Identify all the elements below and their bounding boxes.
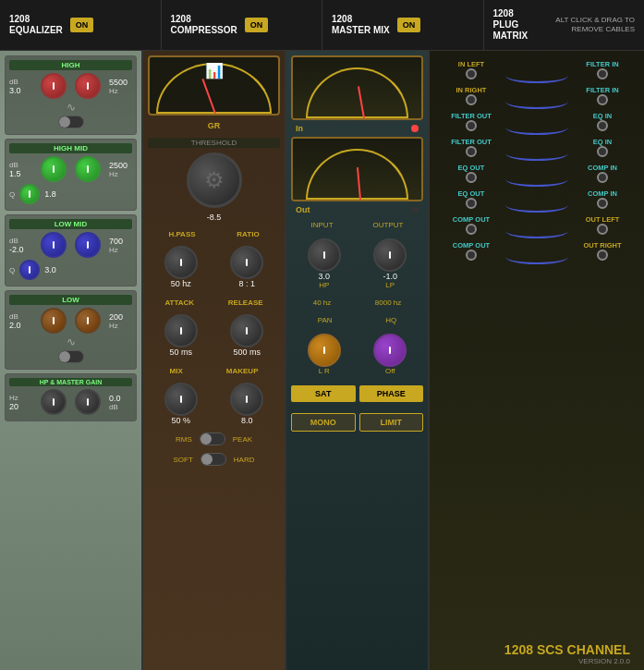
- eq-low-hz-unit: Hz: [109, 322, 132, 330]
- comp-soft-toggle[interactable]: [200, 453, 226, 466]
- comp-rms-toggle[interactable]: [200, 432, 225, 445]
- port-right-dot-1[interactable]: [597, 94, 608, 105]
- eq-high-toggle[interactable]: [58, 116, 84, 128]
- eq-high-db-knob[interactable]: [41, 73, 67, 99]
- mix-mono-button[interactable]: MONO: [291, 413, 356, 432]
- eq-master-db: 0.0: [109, 394, 132, 403]
- eq-hp-hz-unit: Hz: [9, 394, 32, 402]
- port-right-label-5: COMP IN: [588, 189, 617, 198]
- matrix-port-row: IN RIGHT FILTER IN: [439, 86, 635, 105]
- eq-hp-section: HP & MASTER GAIN Hz 20 0.0 dB: [5, 373, 137, 421]
- comp-soft-label: SOFT: [173, 456, 192, 464]
- port-left-dot-1[interactable]: [466, 94, 477, 105]
- eq-highmid-section: HIGH MID dB 1.5 2500 Hz Q 1.8: [5, 139, 137, 211]
- mix-sat-button[interactable]: SAT: [291, 385, 356, 402]
- header-comp: 1208 COMPRESSOR ON: [162, 0, 323, 50]
- port-left-dot-7[interactable]: [466, 250, 477, 261]
- eq-lowmid-hz-knob[interactable]: [75, 232, 101, 258]
- port-left-2: FILTER OUT: [439, 112, 504, 131]
- eq-title: 1208: [9, 14, 63, 25]
- mix-panel: In Out INPUT OUTPUT 3.0 HP -1.0: [286, 51, 430, 670]
- comp-hard-label: HARD: [234, 456, 255, 464]
- mix-output-knob[interactable]: [373, 238, 407, 272]
- eq-low-db: 2.0: [9, 321, 32, 330]
- port-right-dot-4[interactable]: [597, 172, 608, 183]
- eq-high-hz-knob[interactable]: [75, 73, 101, 99]
- comp-hpass-knob[interactable]: [164, 246, 198, 279]
- eq-high-toggle-row: [9, 116, 132, 128]
- port-left-dot-6[interactable]: [466, 224, 477, 235]
- eq-hp-knob[interactable]: [41, 389, 67, 415]
- port-right-label-3: EQ IN: [593, 138, 612, 146]
- eq-low-hz-knob[interactable]: [75, 308, 101, 334]
- eq-highmid-hz-knob[interactable]: [75, 156, 101, 182]
- mix-limit-button[interactable]: LIMIT: [359, 413, 424, 432]
- mix-pan-hq-knobs: L R Off: [291, 334, 423, 375]
- mix-phase-button[interactable]: PHASE: [359, 385, 424, 402]
- comp-ratio-knob[interactable]: [230, 246, 263, 279]
- port-right-5: COMP IN: [570, 189, 635, 209]
- mix-input-output-labels: INPUT OUTPUT: [291, 221, 423, 229]
- comp-mix-knob[interactable]: [164, 383, 198, 416]
- port-left-label-2: FILTER OUT: [451, 112, 492, 120]
- eq-low-label: LOW: [9, 295, 132, 305]
- eq-on-button[interactable]: ON: [70, 18, 94, 32]
- port-right-dot-0[interactable]: [597, 68, 608, 79]
- comp-mix-makeup-knobs: 50 % 8.0: [148, 383, 280, 425]
- eq-highmid-q-row: Q 1.8: [9, 184, 132, 204]
- comp-threshold-knob[interactable]: [187, 152, 242, 208]
- mix-pan-hq-labels: PAN HQ: [291, 316, 423, 324]
- port-right-dot-2[interactable]: [597, 120, 608, 131]
- mix-hq-knob[interactable]: [373, 334, 407, 367]
- comp-gr-meter: 📊: [148, 55, 280, 116]
- cable-arc-5: [505, 198, 568, 213]
- port-left-dot-4[interactable]: [466, 172, 477, 183]
- port-left-1: IN RIGHT: [439, 86, 504, 105]
- matrix-port-row: COMP OUT OUT RIGHT: [439, 241, 635, 261]
- comp-ratio-value: 8 : 1: [238, 279, 255, 288]
- port-right-dot-6[interactable]: [597, 224, 608, 235]
- eq-high-row: dB 3.0 5500 Hz: [9, 73, 132, 99]
- eq-lowmid-q-knob[interactable]: [19, 260, 40, 280]
- mix-title: 1208: [332, 14, 390, 25]
- eq-high-label: HIGH: [9, 60, 132, 70]
- mix-lp-label: LP: [385, 281, 395, 289]
- panels-row: HIGH dB 3.0 5500 Hz ∿ HIGH MID: [0, 51, 644, 670]
- port-left-dot-2[interactable]: [466, 120, 477, 131]
- port-left-label-7: COMP OUT: [453, 241, 490, 250]
- comp-release-item: 500 ms: [230, 314, 263, 357]
- eq-master-gain-knob[interactable]: [75, 389, 101, 415]
- comp-title: 1208: [171, 14, 237, 25]
- comp-on-button[interactable]: ON: [245, 18, 269, 32]
- matrix-port-row: FILTER OUT EQ IN: [439, 138, 635, 157]
- eq-low-toggle[interactable]: [58, 350, 84, 363]
- comp-makeup-knob[interactable]: [230, 383, 263, 416]
- mix-hq-label: HQ: [385, 316, 396, 324]
- port-left-dot-5[interactable]: [466, 198, 477, 209]
- port-right-label-4: COMP IN: [588, 164, 617, 172]
- mix-filter-values: 40 hz 8000 hz: [291, 298, 423, 307]
- mix-input-value: 3.0: [318, 272, 330, 281]
- port-left-dot-3[interactable]: [466, 146, 477, 157]
- comp-panel: 📊 GR THRESHOLD -8.5 H.PASS RATIO 50 hz 8…: [143, 51, 286, 670]
- port-right-dot-3[interactable]: [597, 146, 608, 157]
- eq-highmid-db-knob[interactable]: [41, 156, 67, 182]
- eq-low-toggle-row: [9, 350, 132, 363]
- port-right-6: OUT LEFT: [570, 215, 635, 235]
- eq-lowmid-q-row: Q 3.0: [9, 260, 132, 280]
- eq-hp-label: HP & MASTER GAIN: [9, 378, 132, 386]
- eq-lowmid-db-knob[interactable]: [41, 232, 67, 258]
- port-right-dot-7[interactable]: [597, 250, 608, 261]
- mix-on-button[interactable]: ON: [397, 18, 421, 32]
- eq-highmid-q-knob[interactable]: [19, 184, 40, 204]
- comp-makeup-label: MAKEUP: [226, 367, 259, 375]
- comp-attack-knob[interactable]: [164, 314, 198, 347]
- mix-pan-knob[interactable]: [308, 334, 341, 367]
- mix-in-meter: [291, 55, 423, 120]
- comp-release-knob[interactable]: [230, 314, 263, 347]
- matrix-port-group: IN LEFT FILTER IN IN RIGHT FILTER IN FIL…: [434, 55, 639, 638]
- eq-low-db-knob[interactable]: [41, 308, 67, 334]
- port-left-dot-0[interactable]: [466, 68, 477, 79]
- port-right-dot-5[interactable]: [597, 198, 608, 209]
- mix-input-knob[interactable]: [308, 238, 341, 272]
